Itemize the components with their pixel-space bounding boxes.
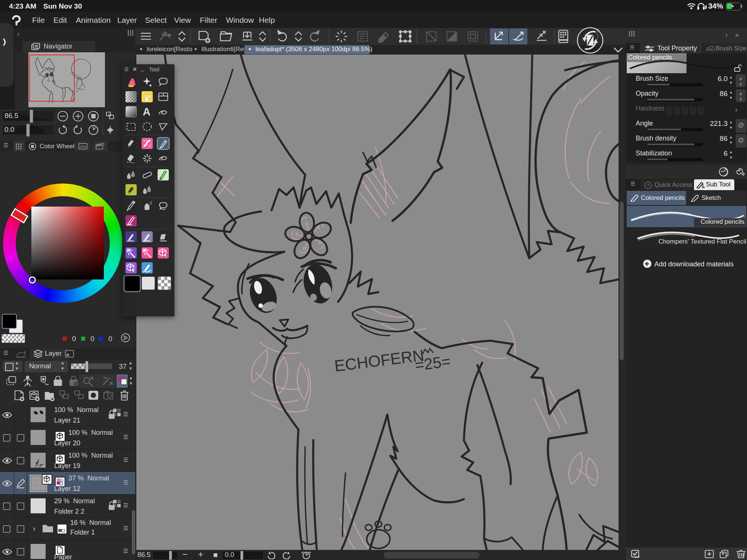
svg-text:ECHOFERN: ECHOFERN (334, 346, 425, 375)
